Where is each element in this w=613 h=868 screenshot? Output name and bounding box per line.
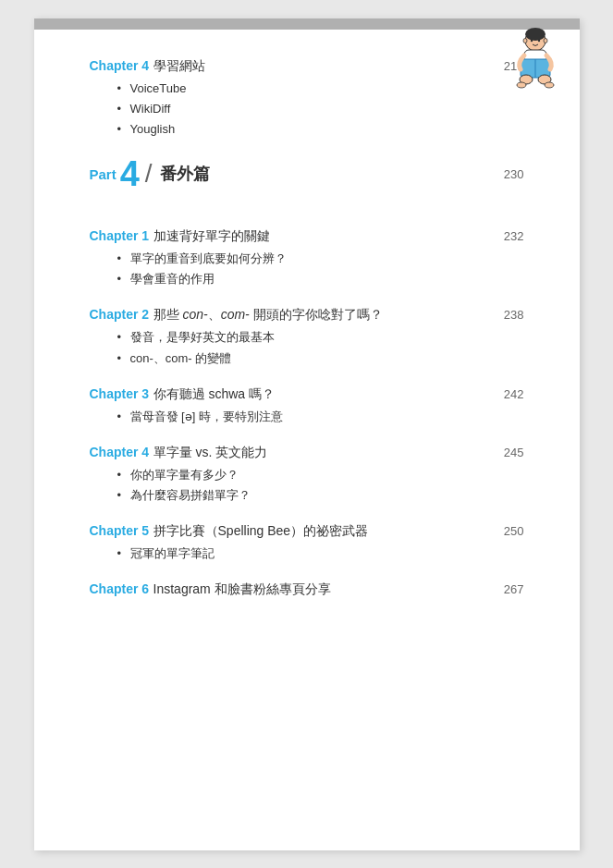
- chapter4-header-left: Chapter 4 單字量 vs. 英文能力: [90, 444, 504, 461]
- chapter3-page: 242: [504, 387, 524, 401]
- chapter5-title: 拼字比賽（Spelling Bee）的祕密武器: [153, 523, 369, 538]
- list-item: 當母音發 [ə] 時，要特別注意: [117, 407, 524, 427]
- svg-point-1: [525, 28, 546, 41]
- list-item: 學會重音的作用: [117, 269, 524, 289]
- chapter6-page: 267: [504, 582, 524, 596]
- chapter2-header-left: Chapter 2 那些 con-、com- 開頭的字你唸對了嗎？: [90, 306, 504, 324]
- chapter3-title: 你有聽過 schwa 嗎？: [153, 386, 275, 401]
- svg-point-2: [530, 40, 532, 42]
- chapter3-header: Chapter 3 你有聽過 schwa 嗎？ 242: [90, 385, 524, 403]
- chapter2-label: Chapter 2: [90, 307, 150, 322]
- chapter5-entry: Chapter 5 拼字比賽（Spelling Bee）的祕密武器 250 冠軍…: [90, 522, 524, 564]
- chapter4-entry: Chapter 4 單字量 vs. 英文能力 245 你的單字量有多少？ 為什麼…: [90, 444, 524, 506]
- chapter3-label: Chapter 3: [90, 386, 150, 401]
- bullet-list-prev: VoiceTube WikiDiff Youglish: [117, 79, 524, 140]
- chapter4-header: Chapter 4 單字量 vs. 英文能力 245: [90, 444, 524, 461]
- list-item: 單字的重音到底要如何分辨？: [117, 249, 524, 269]
- prev-chapter-entry: Chapter 4 學習網站 219 VoiceTube WikiDiff Yo…: [90, 57, 524, 140]
- top-bar: [34, 18, 580, 30]
- svg-point-5: [544, 39, 547, 43]
- list-item: 為什麼容易拼錯單字？: [117, 485, 524, 506]
- chapter3-entry: Chapter 3 你有聽過 schwa 嗎？ 242 當母音發 [ə] 時，要…: [90, 385, 524, 427]
- svg-point-4: [523, 39, 527, 43]
- entry-header: Chapter 4 學習網站 219: [90, 57, 524, 75]
- chapter2-bullets: 發音，是學好英文的最基本 con-、com- 的變體: [117, 327, 524, 368]
- chapter5-header: Chapter 5 拼字比賽（Spelling Bee）的祕密武器 250: [90, 522, 524, 540]
- chapter3-header-left: Chapter 3 你有聽過 schwa 嗎？: [90, 385, 504, 403]
- chapter5-header-left: Chapter 5 拼字比賽（Spelling Bee）的祕密武器: [90, 522, 504, 540]
- part4-section: Part 4 / 番外篇 230: [90, 156, 524, 191]
- part-title: 番外篇: [160, 163, 210, 185]
- entry-header-left: Chapter 4 學習網站: [90, 57, 504, 75]
- chapter4-label: Chapter 4: [90, 445, 150, 459]
- part-label: Part: [90, 166, 116, 182]
- chapter6-title: Instagram 和臉書粉絲專頁分享: [153, 581, 331, 596]
- list-item: 你的單字量有多少？: [117, 465, 524, 485]
- part-page-num: 230: [504, 167, 524, 181]
- chapter1-page: 232: [504, 229, 524, 243]
- chapter6-header-left: Chapter 6 Instagram 和臉書粉絲專頁分享: [90, 581, 504, 598]
- chapter6-label: Chapter 6: [90, 581, 150, 596]
- content-area: Chapter 4 學習網站 219 VoiceTube WikiDiff Yo…: [34, 30, 580, 652]
- chapter5-bullets: 冠軍的單字筆記: [117, 544, 524, 564]
- chapter1-bullets: 單字的重音到底要如何分辨？ 學會重音的作用: [117, 249, 524, 289]
- chapter2-entry: Chapter 2 那些 con-、com- 開頭的字你唸對了嗎？ 238 發音…: [90, 306, 524, 368]
- list-item: WikiDiff: [117, 99, 524, 119]
- list-item: 冠軍的單字筆記: [117, 544, 524, 564]
- list-item: VoiceTube: [117, 79, 524, 99]
- chapter5-label: Chapter 5: [90, 523, 150, 538]
- chapter1-header-left: Chapter 1 加速背好單字的關鍵: [90, 227, 504, 245]
- chapter4-bullets: 你的單字量有多少？ 為什麼容易拼錯單字？: [117, 465, 524, 506]
- list-item: Youglish: [117, 119, 524, 140]
- chapter5-page: 250: [504, 524, 524, 538]
- list-item: con-、com- 的變體: [117, 348, 524, 369]
- chapter6-entry: Chapter 6 Instagram 和臉書粉絲專頁分享 267: [90, 581, 524, 598]
- part4-header: Part 4 / 番外篇 230: [90, 156, 524, 191]
- chapter1-label: Chapter 1: [90, 228, 150, 243]
- chapter-title-prev: 學習網站: [153, 58, 205, 73]
- page: Chapter 4 學習網站 219 VoiceTube WikiDiff Yo…: [34, 18, 580, 850]
- chapter2-title: 那些 con-、com- 開頭的字你唸對了嗎？: [153, 307, 383, 322]
- part-slash: /: [145, 159, 153, 189]
- svg-point-3: [537, 40, 539, 42]
- chapter2-header: Chapter 2 那些 con-、com- 開頭的字你唸對了嗎？ 238: [90, 306, 524, 324]
- chapter2-page: 238: [504, 308, 524, 322]
- divider: [90, 210, 524, 211]
- list-item: 發音，是學好英文的最基本: [117, 327, 524, 348]
- chapter6-header: Chapter 6 Instagram 和臉書粉絲專頁分享 267: [90, 581, 524, 598]
- chapter1-entry: Chapter 1 加速背好單字的關鍵 232 單字的重音到底要如何分辨？ 學會…: [90, 227, 524, 289]
- chapter-label-prev: Chapter 4: [90, 58, 150, 73]
- chapter4-page: 245: [504, 446, 524, 459]
- svg-point-12: [545, 82, 554, 88]
- chapter4-title: 單字量 vs. 英文能力: [153, 445, 268, 459]
- chapter1-title: 加速背好單字的關鍵: [153, 228, 270, 243]
- chapter3-bullets: 當母音發 [ə] 時，要特別注意: [117, 407, 524, 427]
- part-number: 4: [120, 156, 140, 191]
- chapter1-header: Chapter 1 加速背好單字的關鍵 232: [90, 227, 524, 245]
